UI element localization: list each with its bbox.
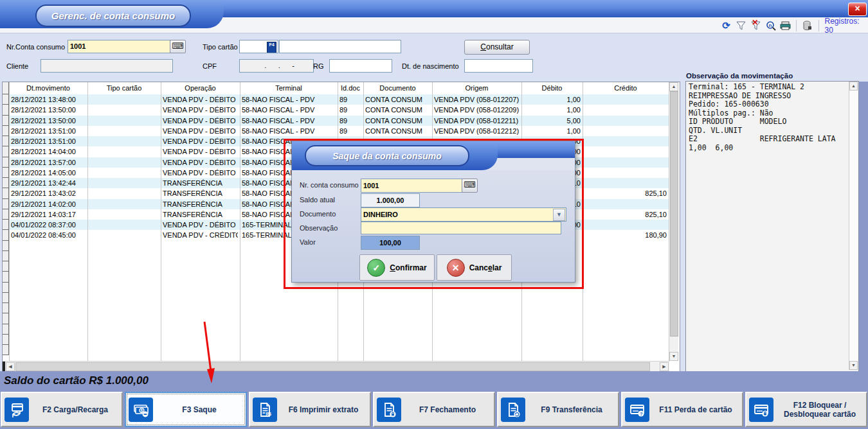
column-header-origem[interactable]: Origem (432, 82, 521, 95)
f2-carga-recarga-button[interactable]: F2 Carga/Recarga (1, 392, 123, 427)
scroll-down-icon[interactable]: ▼ (849, 361, 858, 370)
observacao-text: Terminal: 165 - TERMINAL 2 REIMPRESSAO D… (686, 82, 858, 153)
table-vscrollbar[interactable]: ▲▼ (669, 82, 678, 361)
cell-dt: 28/12/2021 13:48:00 (11, 94, 86, 105)
keyboard-icon[interactable]: ⌨ (170, 40, 186, 53)
app-window: Gerenc. de conta consumo × ⟳ ✕ n Registr… (0, 0, 868, 429)
f4-lookup-icon[interactable]: F4 (267, 42, 276, 53)
column-separator (161, 82, 161, 361)
search-icon[interactable]: n (764, 19, 777, 32)
column-header-credito[interactable]: Crédito (583, 82, 669, 95)
cell-dt: 28/12/2021 13:51:00 (11, 126, 86, 136)
dt-nascimento-label: Dt. de nascimento (402, 62, 459, 70)
cell-iddoc: 89 (339, 94, 361, 105)
cell-credito (584, 168, 667, 178)
column-header-oper[interactable]: Operação (161, 82, 240, 95)
table-row[interactable]: 28/12/2021 13:48:00VENDA PDV - DÉBITO58-… (9, 94, 669, 105)
cliente-label: Cliente (6, 62, 28, 70)
hscroll-edge-mark (3, 362, 5, 371)
chevron-down-icon[interactable]: ▼ (553, 209, 565, 221)
scroll-up-icon[interactable]: ▲ (849, 82, 858, 91)
hscroll-thumb[interactable] (15, 362, 650, 371)
consultar-button[interactable]: Consultar (464, 40, 530, 55)
cell-dt: 28/12/2021 14:05:00 (11, 168, 86, 178)
cell-dt: 28/12/2021 13:51:00 (11, 136, 86, 146)
clear-filter-icon[interactable]: ✕ (750, 19, 762, 32)
rg-input[interactable] (329, 59, 392, 73)
f6-imprimir-extrato-button[interactable]: R$ F6 Imprimir extrato (249, 392, 371, 427)
column-header-term[interactable]: Terminal (240, 82, 338, 95)
cell-credito (584, 136, 667, 146)
observacao-textarea[interactable]: Terminal: 165 - TERMINAL 2 REIMPRESSAO D… (685, 81, 859, 372)
dialog-observacao-input[interactable] (361, 222, 561, 234)
cell-origem: VENDA PDV (058-012211) (434, 116, 520, 126)
obs-scrollbar[interactable]: ▲ ▼ (849, 82, 858, 370)
x-icon: ✕ (447, 259, 465, 277)
table-row[interactable]: 28/12/2021 13:51:00VENDA PDV - DÉBITO58-… (9, 126, 669, 136)
filter-icon[interactable] (735, 19, 747, 32)
dialog-title: Saque da conta consumo (332, 151, 442, 161)
cell-oper: VENDA PDV - DÉBITO (163, 126, 238, 136)
table-row[interactable]: 28/12/2021 13:50:00VENDA PDV - DÉBITO58-… (9, 105, 669, 115)
cell-dt: 29/12/2021 13:43:02 (11, 188, 86, 198)
print-icon[interactable] (779, 19, 791, 32)
scroll-left-icon[interactable]: ◀ (6, 362, 15, 371)
f3-saque-button[interactable]: $ F3 Saque (125, 392, 247, 427)
column-header-tipo[interactable]: Tipo cartão (87, 82, 161, 95)
table-hscrollbar[interactable]: ◀▶ (3, 361, 669, 371)
f11-perda-cartao-button[interactable]: ? F11 Perda de cartão (621, 392, 743, 427)
f7-fechamento-button[interactable]: F7 Fechamento (373, 392, 495, 427)
scroll-right-icon[interactable]: ▶ (660, 362, 669, 371)
cell-tipo (89, 105, 159, 115)
gutter-cell (3, 157, 9, 168)
tipo-cartao-desc-input[interactable] (279, 40, 401, 53)
scroll-up-icon[interactable]: ▲ (669, 82, 678, 91)
cancelar-button[interactable]: ✕ Cancelar (437, 254, 512, 281)
refresh-icon[interactable]: ⟳ (720, 19, 732, 32)
dialog-nr-conta-input[interactable]: 1001 (361, 179, 463, 193)
document-transfer-icon (501, 398, 525, 422)
card-lock-icon (749, 398, 773, 422)
card-recycle-icon (5, 398, 29, 422)
f12-bloquear-button[interactable]: F12 Bloquear / Desbloquear cartão (745, 392, 867, 427)
column-header-doc[interactable]: Documento (363, 82, 432, 95)
gutter-cell (3, 345, 9, 355)
cell-dt: 28/12/2021 14:04:00 (11, 146, 86, 157)
dialog-titlebar-curve (484, 158, 575, 170)
cpf-input[interactable]: . . - (239, 59, 314, 73)
tipo-cartao-label: Tipo cartão (203, 43, 238, 51)
gutter-cell (3, 251, 9, 261)
cell-oper: VENDA PDV - DÉBITO (163, 157, 238, 168)
column-header-iddoc[interactable]: Id.doc (338, 82, 363, 95)
dialog-documento-select[interactable]: DINHEIRO ▼ (361, 207, 566, 222)
column-header-debito[interactable]: Débito (521, 82, 583, 95)
dialog-nr-conta-label: Nr. conta consumo (300, 181, 359, 189)
saque-dialog: Saque da conta consumo Nr. conta consumo… (291, 141, 575, 283)
close-button[interactable]: × (848, 3, 867, 16)
dialog-keyboard-icon[interactable]: ⌨ (462, 179, 478, 193)
consultar-label-rest: onsultar (486, 42, 514, 51)
dt-nascimento-input[interactable] (464, 59, 533, 73)
cell-credito: 180,90 (584, 230, 667, 240)
confirmar-button[interactable]: ✓ Confirmar (359, 254, 435, 281)
table-row[interactable]: 28/12/2021 13:50:00VENDA PDV - DÉBITO58-… (9, 116, 669, 126)
dialog-valor-input[interactable]: 100,00 (361, 236, 420, 250)
export-data-icon[interactable] (801, 19, 813, 32)
gutter-cell (3, 272, 9, 282)
column-header-dt[interactable]: Dt.movimento (9, 82, 87, 95)
cell-tipo (89, 188, 159, 198)
cell-credito (584, 178, 667, 188)
scroll-down-icon[interactable]: ▼ (669, 352, 678, 361)
cell-origem: VENDA PDV (058-012209) (434, 105, 520, 115)
cell-credito (584, 116, 667, 126)
tipo-cartao-code-input[interactable]: F4 (239, 40, 278, 53)
column-separator (87, 82, 88, 361)
cell-oper: VENDA PDV - DÉBITO (163, 116, 238, 126)
cell-iddoc: 89 (339, 105, 361, 115)
f9-transferencia-button[interactable]: F9 Transferência (497, 392, 619, 427)
nr-conta-input[interactable]: 1001 (68, 40, 170, 53)
cliente-input[interactable] (41, 59, 173, 73)
gutter-cell (3, 188, 9, 198)
cell-oper: TRANSFERÊNCIA (163, 199, 238, 209)
vscroll-thumb[interactable] (670, 91, 678, 337)
